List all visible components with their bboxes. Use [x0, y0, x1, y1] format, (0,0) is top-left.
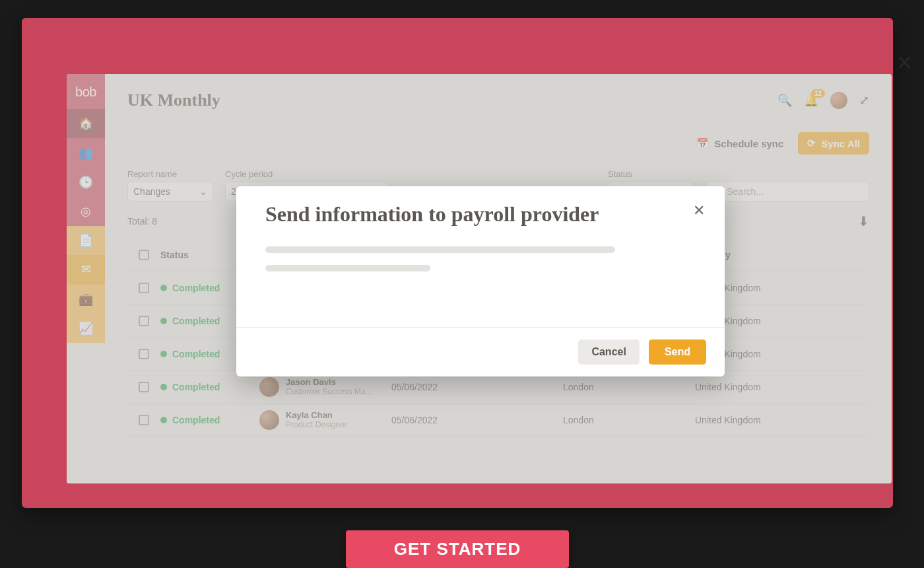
skeleton-line — [265, 265, 430, 271]
row-checkbox[interactable] — [139, 415, 149, 425]
status-filter-label: Status — [608, 169, 694, 179]
page-title: UK Monthly — [127, 90, 220, 110]
people-icon[interactable]: 👥 — [67, 138, 105, 167]
promo-overlay: bob 🏠 👥 🕒 ◎ 📄 ✉ 💼 📈 UK Monthly 🔍 🔔 12 — [22, 18, 893, 508]
employee-role: Product Designer — [286, 420, 347, 429]
sync-all-button[interactable]: ⟳ Sync All — [798, 132, 869, 155]
row-checkbox[interactable] — [139, 382, 149, 392]
select-all-checkbox[interactable] — [139, 250, 149, 260]
row-checkbox[interactable] — [139, 283, 149, 293]
cycle-period-label: Cycle period — [225, 169, 389, 179]
sidebar: bob 🏠 👥 🕒 ◎ 📄 ✉ 💼 📈 — [67, 74, 105, 343]
employee-name: Kayla Chan — [286, 410, 347, 421]
row-city: London — [563, 415, 695, 425]
row-checkbox[interactable] — [139, 349, 149, 359]
total-label: Total: 8 — [127, 216, 157, 227]
status-dot-icon — [160, 417, 167, 423]
skeleton-line — [265, 246, 615, 253]
avatar[interactable] — [830, 92, 847, 109]
outer-close-icon[interactable]: × — [897, 48, 912, 77]
report-name-select[interactable]: Changes ⌄ — [127, 182, 213, 201]
refresh-icon: ⟳ — [807, 137, 816, 149]
status-text: Completed — [172, 316, 220, 326]
row-city: London — [563, 382, 695, 392]
row-checkbox[interactable] — [139, 316, 149, 326]
status-dot-icon — [160, 351, 167, 357]
cancel-button[interactable]: Cancel — [578, 339, 639, 365]
report-value: Changes — [133, 186, 170, 197]
table-row: CompletedKayla ChanProduct Designer05/06… — [127, 404, 869, 437]
expand-icon[interactable]: ⤢ — [859, 93, 869, 108]
doc-icon[interactable]: 📄 — [67, 226, 105, 255]
employee-name: Jason Davis — [286, 377, 372, 388]
send-payroll-dialog: Send information to payroll provider ✕ C… — [236, 186, 725, 376]
home-icon[interactable]: 🏠 — [67, 109, 105, 138]
status-dot-icon — [160, 285, 167, 291]
status-text: Completed — [172, 283, 220, 293]
calendar-icon: 📅 — [696, 137, 709, 149]
get-started-button[interactable]: GET STARTED — [346, 530, 569, 568]
search-icon[interactable]: 🔍 — [777, 93, 792, 108]
search-placeholder: Search... — [727, 186, 764, 197]
row-date: 05/06/2022 — [391, 382, 563, 392]
briefcase-icon[interactable]: 💼 — [67, 285, 105, 314]
row-country: United Kingdom — [695, 382, 869, 392]
avatar — [259, 377, 279, 397]
search-spacer — [706, 169, 869, 179]
dialog-title: Send information to payroll provider — [265, 202, 599, 227]
status-text: Completed — [172, 382, 220, 392]
chevron-down-icon: ⌄ — [199, 186, 207, 197]
logo: bob — [75, 85, 96, 100]
report-name-label: Report name — [127, 169, 213, 179]
schedule-sync-link[interactable]: 📅 Schedule sync — [696, 137, 783, 149]
mail-icon[interactable]: ✉ — [67, 255, 105, 284]
dialog-body — [236, 227, 725, 283]
bell-icon[interactable]: 🔔 12 — [804, 93, 818, 108]
status-dot-icon — [160, 384, 167, 390]
close-icon[interactable]: ✕ — [692, 202, 706, 219]
sync-all-label: Sync All — [821, 138, 860, 149]
schedule-sync-label: Schedule sync — [714, 138, 783, 149]
employee-role: Customer Success Ma... — [286, 387, 372, 396]
status-text: Completed — [172, 349, 220, 359]
chart-icon[interactable]: 📈 — [67, 314, 105, 343]
row-date: 05/06/2022 — [391, 415, 563, 425]
search-input[interactable]: 🔍 Search... — [706, 182, 869, 201]
status-dot-icon — [160, 318, 167, 324]
notification-badge: 12 — [811, 89, 825, 98]
target-icon[interactable]: ◎ — [67, 197, 105, 226]
row-country: United Kingdom — [695, 415, 869, 425]
send-button[interactable]: Send — [649, 339, 706, 365]
clock-icon[interactable]: 🕒 — [67, 168, 105, 197]
download-icon[interactable]: ⬇ — [858, 213, 869, 229]
status-text: Completed — [172, 415, 220, 425]
avatar — [259, 410, 279, 430]
